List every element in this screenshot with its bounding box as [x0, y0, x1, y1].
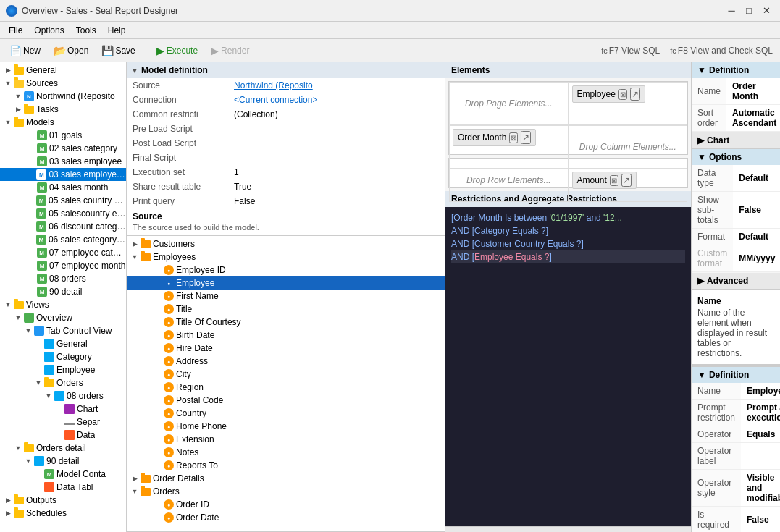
- toggle-general[interactable]: ▶: [3, 65, 13, 75]
- toggle-outputs[interactable]: ▶: [3, 495, 13, 505]
- tree-node-overview[interactable]: ▼ Overview: [0, 311, 126, 324]
- tree-node-04sales[interactable]: M 04 sales month: [0, 181, 126, 194]
- model-value-source[interactable]: Northwind (Reposito: [228, 78, 445, 93]
- tree-node-08orders[interactable]: M 08 orders: [0, 272, 126, 285]
- maximize-button[interactable]: □: [741, 3, 757, 19]
- tree-node-northwind[interactable]: ▼ N Northwind (Reposito: [0, 90, 126, 103]
- tree-node-view-employee[interactable]: Employee: [0, 363, 126, 376]
- tree-node-outputs[interactable]: ▶ Outputs: [0, 494, 126, 507]
- execute-button[interactable]: ▶ Execute: [151, 42, 203, 59]
- stree-node-orderid[interactable]: ● Order ID: [127, 498, 445, 511]
- stree-node-hiredate[interactable]: ● Hire Date: [127, 342, 445, 355]
- f8-button[interactable]: fc F8 View and Check SQL: [667, 44, 776, 57]
- stree-node-customers[interactable]: ▶ Customers: [127, 237, 445, 250]
- opt-datatype-value[interactable]: Default: [733, 165, 780, 192]
- tree-node-view-category[interactable]: Category: [0, 350, 126, 363]
- emp-operator-value[interactable]: Equals: [741, 426, 780, 443]
- emp-operatorstyle-value[interactable]: Visible and modifiable: [741, 470, 780, 507]
- emp-prompt-value[interactable]: Prompt at execution: [741, 400, 780, 426]
- save-button[interactable]: 💾 Save: [96, 42, 140, 59]
- amount-chip-remove[interactable]: ⊠: [610, 175, 618, 186]
- stree-node-region[interactable]: ● Region: [127, 381, 445, 394]
- toggle-90detailv[interactable]: ▼: [23, 456, 33, 466]
- tree-node-tasks[interactable]: ▶ Tasks: [0, 103, 126, 116]
- model-value-final[interactable]: [228, 151, 445, 165]
- tree-node-01goals[interactable]: M 01 goals: [0, 129, 126, 142]
- stree-node-employees[interactable]: ▼ Employees: [127, 250, 445, 263]
- ordermonth-def-header[interactable]: ▼ Definition: [692, 62, 780, 78]
- ordermonth-chip-expand[interactable]: ↗: [521, 131, 531, 144]
- stree-node-notes[interactable]: ● Notes: [127, 446, 445, 459]
- model-value-connection[interactable]: <Current connection>: [228, 93, 445, 107]
- toggle-orderdetails[interactable]: ▶: [130, 473, 140, 484]
- stree-node-firstname[interactable]: ● First Name: [127, 290, 445, 303]
- tree-node-02sales[interactable]: M 02 sales category: [0, 142, 126, 155]
- drop-row-elements[interactable]: Drop Row Elements...: [449, 159, 569, 202]
- toggle-employees[interactable]: ▼: [130, 252, 140, 262]
- stree-node-homephone[interactable]: ● Home Phone: [127, 420, 445, 433]
- advanced-top-header[interactable]: ▶ Advanced: [692, 273, 780, 290]
- employee-chip-expand[interactable]: ↗: [630, 88, 640, 101]
- tree-node-03sales[interactable]: M 03 sales employee: [0, 155, 126, 168]
- toggle-tasks[interactable]: ▶: [13, 104, 23, 114]
- tree-node-views[interactable]: ▼ Views: [0, 298, 126, 311]
- stree-node-orderdate[interactable]: ● Order Date: [127, 511, 445, 524]
- tree-node-models[interactable]: ▼ Models: [0, 116, 126, 129]
- toggle-ordersdetail[interactable]: ▼: [13, 443, 23, 453]
- emp-name-value[interactable]: Employee: [741, 383, 780, 400]
- model-value-postload[interactable]: [228, 136, 445, 151]
- f7-button[interactable]: fc F7 View SQL: [598, 44, 663, 57]
- stree-node-title[interactable]: ● Title: [127, 303, 445, 316]
- ordermonth-chip-remove[interactable]: ⊠: [509, 132, 518, 143]
- model-value-execset[interactable]: 1: [228, 165, 445, 180]
- toggle-08ordersv[interactable]: ▼: [43, 391, 54, 401]
- render-button[interactable]: ▶ Render: [206, 42, 254, 59]
- menu-tools[interactable]: Tools: [70, 24, 102, 37]
- employee-chip-remove[interactable]: ⊠: [618, 89, 627, 100]
- tree-node-90detail[interactable]: M 90 detail: [0, 285, 126, 298]
- tree-node-06salescat[interactable]: M 06 sales category mo: [0, 233, 126, 246]
- tree-node-data[interactable]: Data: [0, 428, 126, 442]
- tree-node-datatabl[interactable]: Data Tabl: [0, 481, 126, 494]
- stree-node-employeeid[interactable]: ● Employee ID: [127, 263, 445, 276]
- menu-help[interactable]: Help: [102, 24, 132, 37]
- minimize-button[interactable]: ─: [724, 3, 739, 19]
- tree-node-05salesc[interactable]: M 05 salescountry emp: [0, 207, 126, 220]
- toggle-northwind[interactable]: ▼: [13, 91, 23, 101]
- employee-def-header[interactable]: ▼ Definition: [692, 367, 780, 383]
- close-button[interactable]: ✕: [758, 3, 774, 19]
- tree-node-sources[interactable]: ▼ Sources: [0, 77, 126, 90]
- stree-node-employee[interactable]: ● Employee: [127, 276, 445, 290]
- stree-node-address[interactable]: ● Address: [127, 355, 445, 368]
- tree-node-general[interactable]: ▶ General: [0, 64, 126, 77]
- tree-node-03salesn[interactable]: M 03 sales employee n: [0, 168, 126, 181]
- model-value-preload[interactable]: [228, 122, 445, 136]
- emp-isrequired-value[interactable]: False: [741, 507, 780, 533]
- om-name-value[interactable]: Order Month: [726, 78, 780, 105]
- tree-node-07empmonth[interactable]: M 07 employee month: [0, 259, 126, 272]
- tree-node-chart[interactable]: Chart: [0, 402, 126, 415]
- stree-node-country[interactable]: ● Country: [127, 407, 445, 420]
- open-button[interactable]: 📂 Open: [49, 42, 93, 59]
- tree-node-modelconta[interactable]: M Model Conta: [0, 468, 126, 481]
- tree-node-tabcontrol[interactable]: ▼ Tab Control View: [0, 324, 126, 337]
- toggle-view-orders[interactable]: ▼: [33, 378, 43, 388]
- tree-node-90detailv[interactable]: ▼ 90 detail: [0, 455, 126, 468]
- tree-node-separ[interactable]: Separ: [0, 415, 126, 428]
- stree-node-postalcode[interactable]: ● Postal Code: [127, 394, 445, 407]
- om-sort-value[interactable]: Automatic Ascendant: [726, 105, 780, 132]
- toggle-views[interactable]: ▼: [3, 300, 13, 310]
- stree-node-orderdetails[interactable]: ▶ Order Details: [127, 472, 445, 485]
- stree-node-extension[interactable]: ● Extension: [127, 433, 445, 446]
- model-def-header[interactable]: ▼ Model definition: [127, 62, 445, 78]
- restrictions-scrollbar[interactable]: [445, 526, 691, 532]
- model-value-shareresult[interactable]: True: [228, 180, 445, 194]
- toggle-tabcontrol[interactable]: ▼: [23, 326, 33, 336]
- stree-node-city[interactable]: ● City: [127, 368, 445, 381]
- stree-node-reportsto[interactable]: ● Reports To: [127, 459, 445, 472]
- toggle-overview[interactable]: ▼: [13, 313, 23, 323]
- menu-options[interactable]: Options: [28, 24, 70, 37]
- opt-subtotals-value[interactable]: False: [733, 192, 780, 229]
- toggle-schedules[interactable]: ▶: [3, 508, 13, 518]
- menu-file[interactable]: File: [3, 24, 28, 37]
